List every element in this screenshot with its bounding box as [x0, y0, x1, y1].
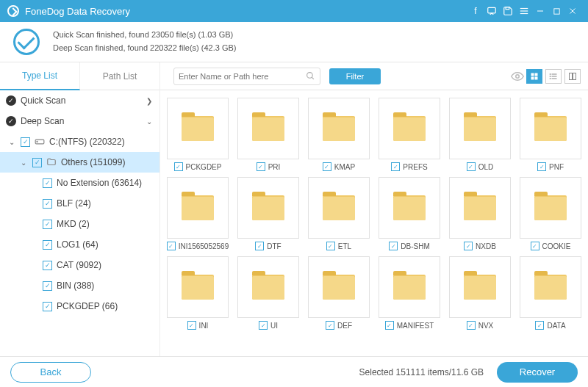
checkbox[interactable]: ✓ [389, 242, 398, 250]
footer: Back Selected 151111 items/11.6 GB Recov… [0, 356, 588, 387]
view-list-button[interactable] [545, 69, 562, 84]
checkbox[interactable]: ✓ [43, 302, 52, 311]
checkbox[interactable]: ✓ [43, 220, 52, 229]
checkbox[interactable]: ✓ [535, 321, 544, 330]
file-cell[interactable]: ✓INI [165, 256, 231, 330]
file-cell[interactable]: ✓ETL [306, 177, 372, 250]
checkbox[interactable]: ✓ [259, 321, 268, 330]
checkbox[interactable]: ✓ [43, 240, 52, 250]
file-cell[interactable]: ✓NVX [447, 256, 513, 330]
checkbox[interactable]: ✓ [21, 137, 30, 147]
checkbox[interactable]: ✓ [326, 242, 335, 250]
folder-icon [252, 195, 284, 220]
view-detail-button[interactable] [564, 69, 581, 84]
file-cell[interactable]: ✓DTF [235, 177, 301, 250]
folder-icon [393, 116, 426, 141]
checkbox[interactable]: ✓ [187, 321, 196, 330]
file-cell[interactable]: ✓UI [235, 256, 301, 330]
save-icon[interactable] [500, 3, 516, 19]
file-cell[interactable]: ✓MANIFEST [376, 256, 442, 330]
sidebar-item[interactable]: ✓BIN (388) [0, 275, 159, 296]
folder-icon [46, 157, 57, 167]
checkbox[interactable]: ✓ [531, 242, 539, 250]
sidebar-item[interactable]: ✓CAT (9092) [0, 255, 159, 275]
checkbox[interactable]: ✓ [167, 242, 176, 250]
checkbox[interactable]: ✓ [467, 162, 476, 171]
file-cell[interactable]: ✓KMAP [306, 98, 372, 171]
checkbox[interactable]: ✓ [43, 178, 52, 188]
folder-icon [393, 275, 426, 300]
file-cell[interactable]: ✓INI1565052569 [165, 177, 231, 250]
file-cell[interactable]: ✓PCKGDEP [165, 98, 231, 171]
tab-path-list[interactable]: Path List [80, 62, 160, 90]
checkbox[interactable]: ✓ [391, 162, 400, 171]
sidebar-label: No Extension (63614) [57, 178, 142, 188]
file-cell[interactable]: ✓DB-SHM [376, 177, 442, 250]
sidebar-item[interactable]: ✓MKD (2) [0, 214, 159, 234]
file-cell[interactable]: ✓COOKIE [517, 177, 584, 250]
checkbox[interactable]: ✓ [43, 281, 52, 291]
sidebar-others[interactable]: ⌄ ✓ Others (151099) [0, 152, 159, 173]
checkbox[interactable]: ✓ [385, 321, 394, 330]
file-cell[interactable]: ✓OLD [447, 98, 513, 171]
checkbox[interactable]: ✓ [467, 321, 476, 330]
checkbox[interactable]: ✓ [255, 242, 264, 250]
sidebar-drive[interactable]: ⌄ ✓ C:(NTFS) (220322) [0, 131, 159, 152]
folder-icon [464, 275, 496, 300]
folder-thumbnail [308, 256, 370, 318]
back-button[interactable]: Back [10, 362, 91, 383]
checkbox[interactable]: ✓ [257, 162, 265, 171]
tab-type-list[interactable]: Type List [0, 62, 80, 90]
filter-button[interactable]: Filter [329, 68, 381, 84]
sidebar-item[interactable]: ✓LOG1 (64) [0, 234, 159, 255]
file-cell[interactable]: ✓DATA [517, 256, 584, 330]
checkbox[interactable]: ✓ [174, 162, 183, 171]
file-name: NVX [478, 322, 494, 330]
minimize-button[interactable] [532, 3, 548, 19]
checkbox[interactable]: ✓ [32, 158, 42, 167]
checkbox[interactable]: ✓ [323, 162, 331, 171]
checkbox[interactable]: ✓ [537, 162, 546, 171]
status-line-1: Quick Scan finished, found 23050 file(s)… [53, 29, 236, 42]
checkbox[interactable]: ✓ [326, 321, 334, 330]
sidebar-quick-scan[interactable]: ✓ Quick Scan ❯ [0, 90, 159, 111]
sidebar: ✓ Quick Scan ❯ ✓ Deep Scan ⌄ ⌄ ✓ C:(NTFS… [0, 90, 160, 356]
svg-rect-12 [531, 73, 534, 76]
menu-icon[interactable] [516, 3, 532, 19]
file-cell[interactable]: ✓NXDB [447, 177, 513, 250]
file-grid: ✓PCKGDEP✓PRI✓KMAP✓PREFS✓OLD✓PNF✓INI15650… [160, 90, 588, 356]
maximize-button[interactable] [548, 3, 564, 19]
file-cell[interactable]: ✓PREFS [376, 98, 442, 171]
preview-toggle-icon[interactable] [509, 70, 526, 83]
sidebar-item[interactable]: ✓BLF (24) [0, 193, 159, 214]
file-name: PCKGDEP [186, 163, 222, 171]
folder-icon [182, 275, 214, 300]
folder-icon [323, 116, 355, 141]
check-dot-icon: ✓ [6, 95, 16, 106]
recover-button[interactable]: Recover [497, 362, 578, 383]
file-name: ETL [338, 242, 351, 250]
sidebar-item[interactable]: ✓PCKGDEP (66) [0, 296, 159, 317]
checkbox[interactable]: ✓ [43, 261, 52, 270]
svg-rect-1 [506, 7, 509, 10]
sidebar-deep-scan[interactable]: ✓ Deep Scan ⌄ [0, 111, 159, 131]
feedback-icon[interactable] [484, 3, 500, 19]
search-icon [306, 71, 315, 81]
svg-rect-6 [553, 8, 559, 13]
search-box[interactable] [173, 68, 320, 85]
file-name: PNF [549, 163, 564, 171]
checkbox[interactable]: ✓ [464, 242, 473, 250]
folder-thumbnail [449, 177, 511, 239]
checkbox[interactable]: ✓ [43, 199, 52, 209]
file-cell[interactable]: ✓DEF [306, 256, 372, 330]
close-button[interactable] [564, 3, 581, 19]
file-cell[interactable]: ✓PRI [235, 98, 301, 171]
search-input[interactable] [179, 72, 306, 81]
facebook-icon[interactable]: f [467, 3, 484, 19]
view-grid-button[interactable] [526, 69, 542, 84]
file-name: MANIFEST [397, 322, 434, 330]
sidebar-item[interactable]: ✓No Extension (63614) [0, 173, 159, 193]
status-line-2: Deep Scan finished, found 220322 file(s)… [53, 42, 236, 55]
file-cell[interactable]: ✓PNF [517, 98, 584, 171]
app-logo-icon [7, 5, 19, 17]
